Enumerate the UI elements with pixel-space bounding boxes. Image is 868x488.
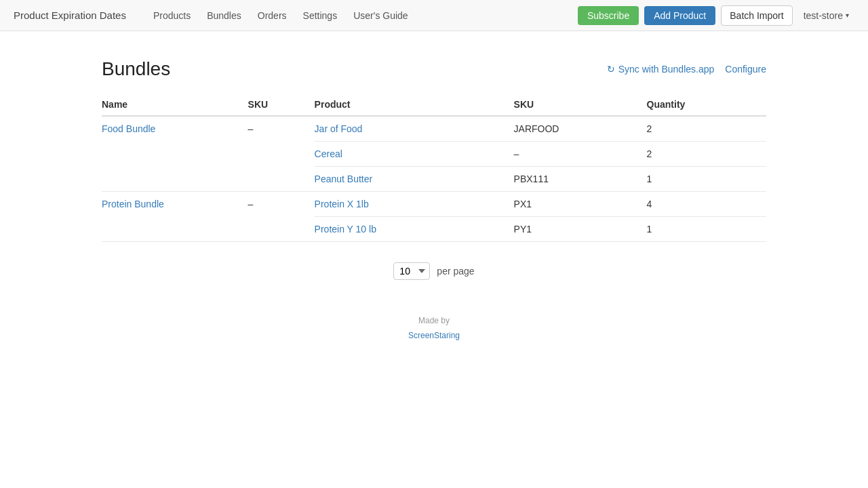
navbar-actions: Subscribe Add Product Batch Import test-… xyxy=(578,5,854,26)
col-header-sku1: SKU xyxy=(248,94,315,116)
pagination-row: 102550100 per page xyxy=(102,262,766,280)
per-page-select[interactable]: 102550100 xyxy=(393,262,430,280)
table-row: Food Bundle–Jar of FoodJARFOOD2 xyxy=(102,116,766,142)
sync-bundles-link[interactable]: ↻ Sync with Bundles.app xyxy=(607,64,715,75)
subscribe-button[interactable]: Subscribe xyxy=(578,6,639,25)
product-sku-cell: PBX111 xyxy=(514,167,647,192)
product-qty-cell: 1 xyxy=(647,217,766,242)
store-name: test-store xyxy=(804,10,843,21)
page-header-row: Bundles ↻ Sync with Bundles.app Configur… xyxy=(102,58,766,80)
bundle-name-cell: Food Bundle xyxy=(102,116,248,192)
footer: Made by ScreenStaring xyxy=(102,314,766,343)
sync-label: Sync with Bundles.app xyxy=(618,64,715,75)
product-name-link[interactable]: Protein Y 10 lb xyxy=(315,224,376,235)
product-name-link[interactable]: Protein X 1lb xyxy=(315,199,369,209)
product-sku-cell: – xyxy=(514,142,647,167)
chevron-down-icon: ▾ xyxy=(846,12,849,19)
col-header-product: Product xyxy=(315,94,514,116)
nav-products[interactable]: Products xyxy=(146,7,197,24)
col-header-name: Name xyxy=(102,94,248,116)
bundle-name-cell: Protein Bundle xyxy=(102,192,248,242)
product-sku-cell: PX1 xyxy=(514,192,647,217)
product-sku-cell: JARFOOD xyxy=(514,116,647,142)
product-name-link[interactable]: Cereal xyxy=(315,148,342,159)
product-qty-cell: 1 xyxy=(647,167,766,192)
product-name-cell: Peanut Butter xyxy=(315,167,514,192)
product-qty-cell: 2 xyxy=(647,116,766,142)
bundle-sku-cell: – xyxy=(248,192,315,242)
made-by-text: Made by xyxy=(102,314,766,329)
bundle-name-link[interactable]: Protein Bundle xyxy=(102,199,164,209)
nav-bundles[interactable]: Bundles xyxy=(200,7,248,24)
product-name-link[interactable]: Peanut Butter xyxy=(315,174,373,184)
navbar: Product Expiration Dates Products Bundle… xyxy=(0,0,868,31)
col-header-sku2: SKU xyxy=(514,94,647,116)
add-product-button[interactable]: Add Product xyxy=(644,6,715,25)
author-link[interactable]: ScreenStaring xyxy=(408,331,460,340)
page-title: Bundles xyxy=(102,58,170,80)
product-name-cell: Cereal xyxy=(315,142,514,167)
batch-import-button[interactable]: Batch Import xyxy=(721,5,792,26)
bundle-sku-cell: – xyxy=(248,116,315,192)
app-brand: Product Expiration Dates xyxy=(14,9,126,21)
nav-orders[interactable]: Orders xyxy=(251,7,294,24)
main-content: Bundles ↻ Sync with Bundles.app Configur… xyxy=(61,31,807,370)
col-header-qty: Quantity xyxy=(647,94,766,116)
table-header: Name SKU Product SKU Quantity xyxy=(102,94,766,116)
configure-link[interactable]: Configure xyxy=(725,64,766,75)
page-actions: ↻ Sync with Bundles.app Configure xyxy=(607,64,766,75)
per-page-label: per page xyxy=(437,266,474,277)
nav-links: Products Bundles Orders Settings User's … xyxy=(146,7,578,24)
product-sku-cell: PY1 xyxy=(514,217,647,242)
product-name-cell: Jar of Food xyxy=(315,116,514,142)
table-row: Protein Bundle–Protein X 1lbPX14 xyxy=(102,192,766,217)
nav-settings[interactable]: Settings xyxy=(296,7,344,24)
table-body: Food Bundle–Jar of FoodJARFOOD2Cereal–2P… xyxy=(102,116,766,242)
product-name-link[interactable]: Jar of Food xyxy=(315,123,363,134)
bundle-name-link[interactable]: Food Bundle xyxy=(102,123,155,134)
bundles-table: Name SKU Product SKU Quantity Food Bundl… xyxy=(102,94,766,242)
product-name-cell: Protein X 1lb xyxy=(315,192,514,217)
store-selector[interactable]: test-store ▾ xyxy=(798,7,854,24)
sync-icon: ↻ xyxy=(607,64,615,75)
product-qty-cell: 2 xyxy=(647,142,766,167)
nav-users-guide[interactable]: User's Guide xyxy=(347,7,414,24)
product-name-cell: Protein Y 10 lb xyxy=(315,217,514,242)
product-qty-cell: 4 xyxy=(647,192,766,217)
